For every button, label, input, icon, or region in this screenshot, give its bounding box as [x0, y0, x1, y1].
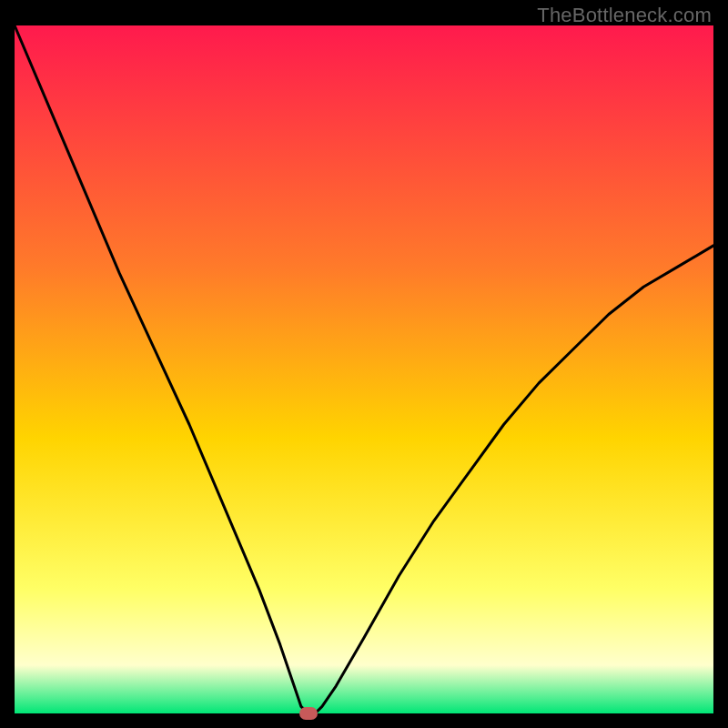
chart-frame	[15, 25, 713, 713]
bottleneck-chart	[15, 25, 713, 713]
gradient-background	[15, 25, 713, 713]
optimal-marker	[299, 707, 318, 720]
watermark-text: TheBottleneck.com	[537, 4, 712, 27]
